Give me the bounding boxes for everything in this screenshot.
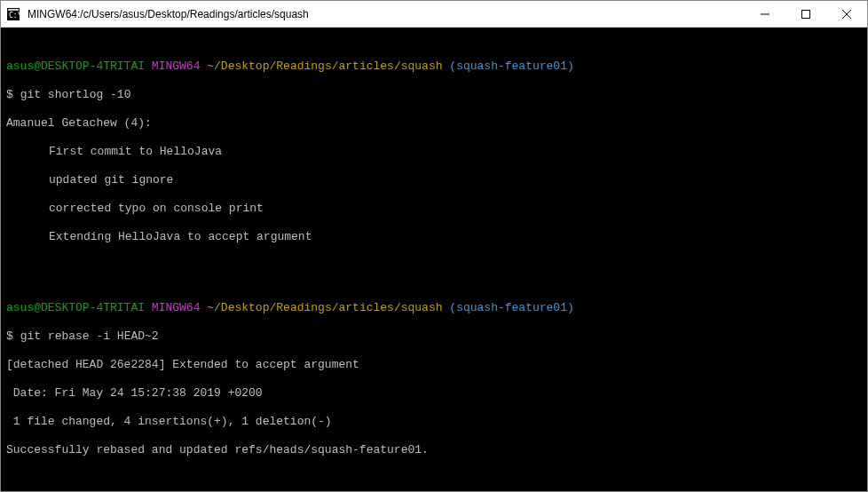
author-line: Amanuel Getachew (4): (6, 116, 862, 131)
command-block-1: asus@DESKTOP-4TRITAI MINGW64 ~/Desktop/R… (6, 45, 862, 258)
window-controls (745, 1, 867, 27)
output-line: Date: Fri May 24 15:27:38 2019 +0200 (6, 386, 862, 401)
output-line: Successfully rebased and updated refs/he… (6, 443, 862, 457)
branch-label: (squash-feature01) (449, 60, 573, 73)
terminal-content[interactable]: asus@DESKTOP-4TRITAI MINGW64 ~/Desktop/R… (1, 28, 867, 491)
command-block-2: asus@DESKTOP-4TRITAI MINGW64 ~/Desktop/R… (6, 287, 862, 472)
user-host: asus@DESKTOP-4TRITAI (6, 301, 145, 314)
titlebar[interactable]: C:\ MINGW64:/c/Users/asus/Desktop/Readin… (1, 1, 867, 28)
window-title: MINGW64:/c/Users/asus/Desktop/Readings/a… (26, 8, 745, 20)
output-line: 1 file changed, 4 insertions(+), 1 delet… (6, 415, 862, 429)
path-label: ~/Desktop/Readings/articles/squash (207, 301, 442, 314)
env-label: MINGW64 (152, 301, 201, 314)
prompt-symbol: $ (6, 329, 13, 343)
command-line: $ git shortlog -10 (6, 88, 862, 102)
command-text: git rebase -i HEAD~2 (20, 329, 159, 343)
prompt-line: asus@DESKTOP-4TRITAI MINGW64 ~/Desktop/R… (6, 60, 862, 74)
path-label: ~/Desktop/Readings/articles/squash (207, 60, 442, 73)
commit-line: corrected typo on console print (6, 202, 862, 216)
svg-rect-4 (802, 10, 810, 18)
prompt-line: asus@DESKTOP-4TRITAI MINGW64 ~/Desktop/R… (6, 301, 862, 315)
branch-label: (squash-feature01) (449, 301, 573, 314)
svg-text:C:\: C:\ (9, 12, 20, 20)
command-text: git shortlog -10 (20, 88, 131, 101)
maximize-button[interactable] (785, 1, 826, 27)
close-button[interactable] (826, 1, 867, 27)
commit-line: First commit to HelloJava (6, 145, 862, 159)
app-icon: C:\ (6, 7, 20, 21)
prompt-symbol: $ (6, 88, 13, 101)
commit-line: updated git ignore (6, 173, 862, 187)
terminal-window: C:\ MINGW64:/c/Users/asus/Desktop/Readin… (0, 0, 868, 492)
commit-line: Extending HelloJava to accept argument (6, 230, 862, 244)
env-label: MINGW64 (152, 60, 201, 73)
user-host: asus@DESKTOP-4TRITAI (6, 60, 145, 73)
command-line: $ git rebase -i HEAD~2 (6, 329, 862, 344)
svg-rect-1 (8, 9, 19, 11)
output-line: [detached HEAD 26e2284] Extended to acce… (6, 358, 862, 372)
minimize-button[interactable] (745, 1, 785, 27)
